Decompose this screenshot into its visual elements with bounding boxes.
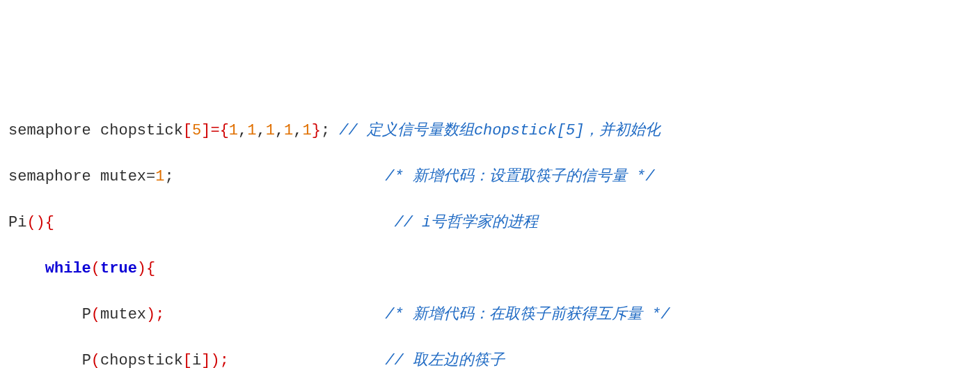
token-number: 1 (155, 168, 164, 185)
token-number: 1 (302, 122, 311, 139)
token-number: 1 (284, 122, 293, 139)
token-var: i (192, 352, 201, 368)
token-paren: ( (91, 352, 100, 368)
token-brace: { (220, 122, 229, 139)
indent (8, 260, 45, 277)
token-bracket: [ (183, 122, 192, 139)
token-ident: chopstick (100, 352, 183, 368)
code-line: P(mutex); /* 新增代码：在取筷子前获得互斥量 */ (8, 303, 972, 326)
token-comma: , (293, 122, 302, 139)
code-line: semaphore chopstick[5]={1,1,1,1,1}; // 定… (8, 119, 972, 142)
token-ident: semaphore mutex= (8, 168, 155, 185)
token-brace: } (312, 122, 321, 139)
token-number: 1 (247, 122, 256, 139)
token-pad (330, 122, 339, 139)
comment: // i号哲学家的进程 (395, 214, 539, 231)
comment: /* 新增代码：设置取筷子的信号量 */ (385, 168, 654, 185)
token-pad (164, 306, 385, 323)
code-block: semaphore chopstick[5]={1,1,1,1,1}; // 定… (8, 96, 972, 368)
code-line: semaphore mutex=1; /* 新增代码：设置取筷子的信号量 */ (8, 165, 972, 188)
token-number: 1 (229, 122, 238, 139)
token-ident: semaphore chopstick (8, 122, 183, 139)
keyword-true: true (100, 260, 137, 277)
token-paren-brace: ){ (137, 260, 155, 277)
token-pad (174, 168, 386, 185)
token-comma: , (256, 122, 265, 139)
code-line: P(chopstick[i]); // 取左边的筷子 (8, 349, 972, 368)
token-comma: , (238, 122, 247, 139)
token-number: 1 (266, 122, 275, 139)
token-paren: ( (91, 260, 100, 277)
token-call: P (82, 306, 91, 323)
token-pad (229, 352, 385, 368)
token-semi: ; (321, 122, 330, 139)
token-bracket: ]); (201, 352, 229, 368)
token-semi: ; (164, 168, 173, 185)
token-ident: mutex (100, 306, 146, 323)
comment: /* 新增代码：在取筷子前获得互斥量 */ (385, 306, 670, 323)
indent (8, 306, 82, 323)
token-bracket: [ (183, 352, 192, 368)
comment: // 取左边的筷子 (385, 352, 505, 368)
token-paren: ); (146, 306, 164, 323)
token-ident: Pi (8, 214, 26, 231)
code-line: while(true){ (8, 257, 972, 280)
token-bracket: ]= (201, 122, 219, 139)
token-number: 5 (192, 122, 201, 139)
token-paren-brace: (){ (26, 214, 54, 231)
token-paren: ( (91, 306, 100, 323)
token-call: P (82, 352, 91, 368)
indent (8, 352, 82, 368)
keyword-while: while (45, 260, 91, 277)
comment: // 定义信号量数组chopstick[5]，并初始化 (339, 122, 661, 139)
token-pad (54, 214, 394, 231)
code-line: Pi(){ // i号哲学家的进程 (8, 211, 972, 234)
token-comma: , (275, 122, 284, 139)
